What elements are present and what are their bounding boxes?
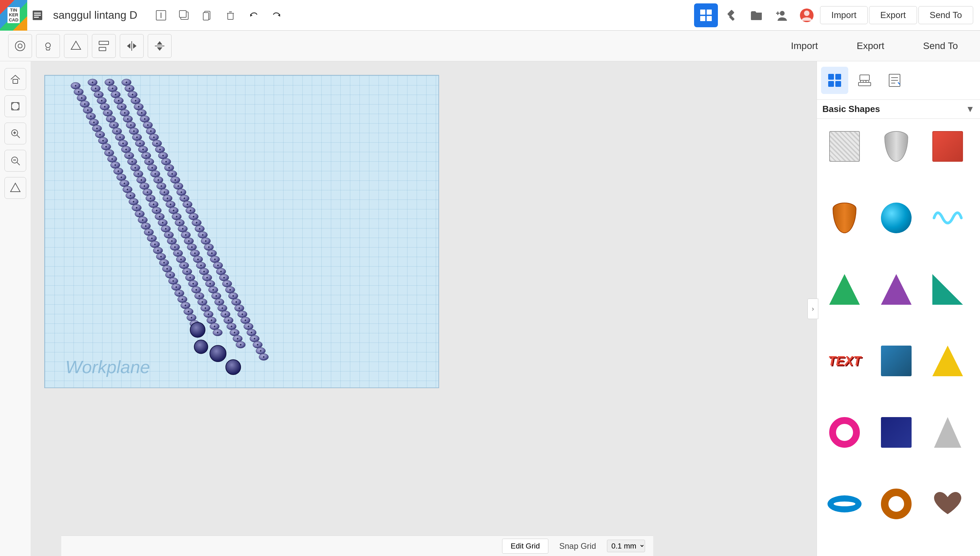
canvas-area[interactable]: // Draw chains programmatically const sv… bbox=[31, 61, 817, 556]
export-button[interactable]: Export bbox=[869, 6, 917, 24]
svg-point-118 bbox=[175, 286, 177, 288]
shapes-library-button[interactable] bbox=[5, 177, 26, 199]
svg-point-102 bbox=[151, 237, 153, 239]
svg-point-382 bbox=[244, 319, 246, 321]
edit-grid-button[interactable]: Edit Grid bbox=[502, 539, 548, 554]
shape-view-button[interactable] bbox=[64, 34, 88, 58]
flip-button[interactable] bbox=[120, 34, 144, 58]
svg-marker-33 bbox=[133, 43, 137, 49]
new-button[interactable] bbox=[151, 5, 171, 26]
svg-rect-7 bbox=[179, 11, 186, 17]
svg-point-256 bbox=[170, 204, 171, 205]
copy-button[interactable] bbox=[197, 5, 218, 26]
svg-point-144 bbox=[110, 118, 111, 120]
shape-heart-brown[interactable] bbox=[925, 482, 970, 526]
svg-rect-400 bbox=[835, 74, 841, 80]
camera-view-button[interactable] bbox=[8, 34, 32, 58]
svg-point-148 bbox=[116, 130, 118, 132]
svg-point-202 bbox=[199, 295, 200, 297]
svg-point-358 bbox=[208, 246, 210, 248]
shape-pyramid-purple[interactable] bbox=[874, 267, 919, 312]
svg-marker-35 bbox=[157, 41, 162, 45]
svg-point-264 bbox=[182, 228, 184, 230]
svg-rect-402 bbox=[835, 81, 841, 87]
svg-point-208 bbox=[208, 313, 209, 315]
snap-grid-select[interactable]: 0.1 mm 0.5 mm 1.0 mm bbox=[607, 540, 645, 552]
app-logo: TINKERCAD bbox=[0, 0, 27, 31]
import-button[interactable]: Import bbox=[820, 6, 868, 24]
profile-button[interactable] bbox=[795, 3, 819, 27]
align-button[interactable] bbox=[92, 34, 116, 58]
shape-pyramid-green[interactable] bbox=[822, 267, 867, 312]
hammer-button[interactable] bbox=[719, 3, 743, 27]
redo-button[interactable] bbox=[266, 5, 287, 26]
svg-point-82 bbox=[121, 176, 122, 178]
shape-torus-pink[interactable] bbox=[822, 410, 867, 454]
svg-point-350 bbox=[196, 222, 197, 224]
svg-point-240 bbox=[145, 155, 147, 156]
svg-point-134 bbox=[95, 87, 96, 89]
shape-box-blue[interactable] bbox=[874, 339, 919, 383]
shape-selector-chevron[interactable]: ▼ bbox=[966, 104, 975, 115]
document-icon-button[interactable] bbox=[27, 5, 48, 26]
svg-point-21 bbox=[780, 11, 785, 16]
svg-point-194 bbox=[186, 271, 188, 272]
svg-point-116 bbox=[172, 280, 174, 282]
home-button[interactable] bbox=[5, 68, 26, 90]
shape-box-striped[interactable] bbox=[822, 124, 867, 168]
import-view-button[interactable]: Import bbox=[777, 36, 831, 56]
shape-donut-orange[interactable] bbox=[874, 482, 919, 526]
delete-button[interactable] bbox=[220, 5, 241, 26]
workplane-label: Workplane bbox=[65, 357, 150, 377]
light-button[interactable] bbox=[36, 34, 60, 58]
svg-point-310 bbox=[135, 100, 137, 102]
shape-pyramid-yellow[interactable] bbox=[925, 339, 970, 383]
panel-collapse-button[interactable]: › bbox=[807, 299, 818, 319]
svg-point-160 bbox=[134, 167, 136, 168]
panel-ruler-icon-button[interactable] bbox=[851, 67, 878, 94]
shape-squiggle[interactable] bbox=[925, 196, 970, 240]
svg-rect-408 bbox=[860, 75, 869, 80]
svg-point-150 bbox=[119, 137, 121, 138]
shape-torus-blue[interactable] bbox=[822, 482, 867, 526]
shape-cylinder-gray[interactable] bbox=[874, 124, 919, 168]
svg-point-66 bbox=[96, 128, 98, 129]
shape-text-3d[interactable]: TEXT bbox=[822, 339, 867, 383]
svg-point-210 bbox=[211, 319, 212, 321]
panel-grid-icon-button[interactable] bbox=[821, 67, 848, 94]
svg-point-100 bbox=[148, 231, 150, 233]
logo-text: TINKERCAD bbox=[8, 7, 20, 23]
svg-point-234 bbox=[136, 137, 138, 138]
svg-rect-399 bbox=[828, 74, 834, 80]
shape-box-red[interactable] bbox=[925, 124, 970, 168]
panel-notes-icon-button[interactable] bbox=[881, 67, 908, 94]
send-to-view-button[interactable]: Send To bbox=[909, 36, 972, 56]
mirror-button[interactable] bbox=[148, 34, 171, 58]
shape-box-navy[interactable] bbox=[874, 410, 919, 454]
shape-wedge-teal[interactable] bbox=[925, 267, 970, 312]
shape-cone-gray[interactable] bbox=[925, 410, 970, 454]
shape-category-selector[interactable]: Basic Shapes ▼ bbox=[817, 100, 980, 119]
duplicate-button[interactable] bbox=[174, 5, 194, 26]
svg-rect-9 bbox=[203, 13, 209, 20]
export-view-button[interactable]: Export bbox=[843, 36, 898, 56]
svg-point-96 bbox=[142, 219, 144, 221]
shape-category-label: Basic Shapes bbox=[822, 104, 880, 115]
zoom-out-button[interactable] bbox=[5, 150, 26, 171]
fit-view-button[interactable] bbox=[5, 95, 26, 117]
svg-point-272 bbox=[194, 252, 196, 254]
workplane[interactable]: // Draw chains programmatically const sv… bbox=[44, 75, 439, 388]
shape-cylinder-orange[interactable] bbox=[822, 196, 867, 240]
shape-sphere-blue[interactable] bbox=[874, 196, 919, 240]
send-to-button[interactable]: Send To bbox=[919, 6, 973, 24]
add-user-button[interactable] bbox=[770, 3, 793, 27]
grid-view-button[interactable] bbox=[694, 3, 718, 27]
undo-button[interactable] bbox=[244, 5, 264, 26]
svg-point-110 bbox=[163, 262, 165, 263]
svg-line-49 bbox=[17, 162, 20, 165]
svg-point-386 bbox=[250, 331, 252, 333]
folder-button[interactable] bbox=[744, 3, 768, 27]
project-name: sanggul lintang D bbox=[53, 9, 137, 21]
svg-point-176 bbox=[159, 216, 161, 218]
zoom-in-button[interactable] bbox=[5, 123, 26, 144]
